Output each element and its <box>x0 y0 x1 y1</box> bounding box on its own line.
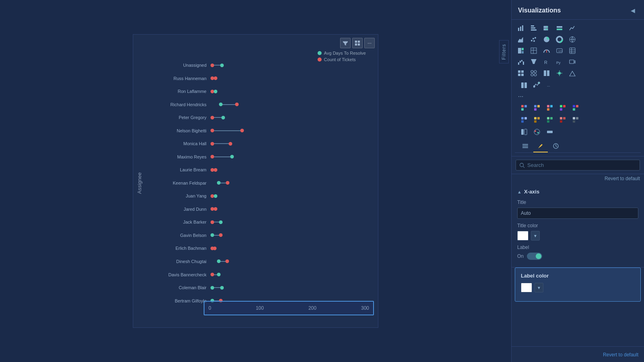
viz-icon-more3[interactable] <box>541 68 553 78</box>
viz-icon-more1[interactable] <box>515 68 527 78</box>
viz-icon-waterfall[interactable] <box>515 57 527 67</box>
svg-rect-14 <box>557 26 562 28</box>
x-axis-tick: 0 <box>208 305 211 311</box>
viz-icon-grad5[interactable] <box>570 115 582 125</box>
viz-icon-grad4[interactable] <box>557 115 569 125</box>
viz-icon-extra3[interactable]: ··· <box>544 80 556 90</box>
viz-icon-qa[interactable] <box>566 57 578 67</box>
label-color-section: Label color ▼ <box>515 267 641 302</box>
viz-icons-row-5 <box>515 68 641 78</box>
chart-row: Laurie Bream <box>149 165 374 174</box>
title-input[interactable] <box>517 208 638 219</box>
viz-icon-grad3[interactable] <box>544 115 556 125</box>
chart-row: Ron Laflamme <box>149 87 374 96</box>
chart-toolbar: ··· <box>340 38 375 48</box>
label-toggle[interactable] <box>527 253 542 260</box>
viz-icon-bar[interactable] <box>515 23 527 33</box>
viz-icons-section: 123 R Py <box>512 20 644 156</box>
svg-rect-61 <box>524 82 527 88</box>
viz-icon-map[interactable] <box>566 34 578 45</box>
svg-rect-89 <box>560 117 562 119</box>
svg-rect-95 <box>521 129 524 135</box>
viz-icon-column[interactable] <box>528 23 540 33</box>
xaxis-section-header[interactable]: ▲ X-axis <box>517 189 638 195</box>
viz-icon-stacked-bar[interactable] <box>541 23 553 33</box>
row-track <box>210 156 374 157</box>
viz-icon-funnel[interactable] <box>528 57 540 67</box>
title-label: Title <box>517 200 638 205</box>
svg-rect-73 <box>547 108 549 111</box>
more-toolbar-btn[interactable]: ··· <box>364 38 375 48</box>
table-toolbar-btn[interactable] <box>352 38 363 48</box>
viz-icon-more4[interactable] <box>553 68 566 78</box>
svg-rect-86 <box>547 117 549 119</box>
title-color-dropdown[interactable]: ▼ <box>531 231 540 241</box>
xaxis-section-title: X-axis <box>524 189 539 195</box>
viz-icon-diverge3[interactable] <box>544 127 556 137</box>
viz-icon-colored5[interactable] <box>570 103 582 113</box>
viz-icon-donut[interactable] <box>553 34 566 45</box>
viz-icon-treemap[interactable] <box>515 45 527 56</box>
viz-icon-matrix[interactable] <box>528 45 540 56</box>
viz-icon-grad2[interactable] <box>531 115 543 125</box>
viz-icon-extra2[interactable] <box>531 80 543 90</box>
svg-rect-1 <box>358 41 360 43</box>
viz-icon-gauge[interactable] <box>541 45 553 56</box>
viz-icon-line[interactable] <box>566 23 578 33</box>
x-axis-container: 0100200300 <box>204 301 374 315</box>
viz-icon-card[interactable]: 123 <box>553 45 566 56</box>
format-tabs <box>515 138 641 153</box>
svg-rect-81 <box>524 117 527 119</box>
viz-icon-colored2[interactable] <box>531 103 543 113</box>
svg-rect-11 <box>546 26 548 28</box>
chart-row: Keenan Feldspar <box>149 179 374 187</box>
svg-point-55 <box>558 72 561 74</box>
viz-icon-r[interactable]: R <box>541 57 553 67</box>
svg-rect-79 <box>573 108 575 111</box>
row-label: Gavin Belson <box>149 233 210 238</box>
viz-icon-py[interactable]: Py <box>553 57 566 67</box>
viz-icon-table[interactable] <box>566 45 578 56</box>
tab-format[interactable] <box>533 140 548 152</box>
viz-icon-pie[interactable] <box>541 34 553 45</box>
viz-icon-100bar[interactable] <box>553 23 566 33</box>
label-color-title: Label color <box>521 273 635 279</box>
label-field-label: Label <box>517 245 638 250</box>
tab-fields[interactable] <box>518 140 533 152</box>
svg-rect-75 <box>563 105 566 107</box>
viz-icon-diverge2[interactable] <box>531 127 543 137</box>
row-label: Maximo Reyes <box>149 154 210 159</box>
svg-rect-48 <box>521 74 524 76</box>
legend-dot-avg <box>318 51 322 55</box>
viz-icon-area[interactable] <box>515 34 527 45</box>
viz-icon-more2[interactable] <box>528 68 540 78</box>
svg-point-62 <box>533 86 535 87</box>
svg-rect-102 <box>522 146 528 146</box>
svg-point-98 <box>535 130 536 132</box>
svg-rect-65 <box>521 105 524 107</box>
viz-icon-extra1[interactable] <box>518 80 530 90</box>
viz-icon-diverge1[interactable] <box>518 127 530 137</box>
viz-icon-colored1[interactable] <box>518 103 530 113</box>
viz-icon-grad1[interactable] <box>518 115 530 125</box>
svg-rect-92 <box>573 117 575 119</box>
tab-analytics[interactable] <box>549 140 563 152</box>
viz-icon-scatter[interactable] <box>528 34 540 45</box>
label-color-dropdown[interactable]: ▼ <box>535 283 543 292</box>
viz-icon-colored4[interactable] <box>557 103 569 113</box>
panel-collapse-btn[interactable]: ◀ <box>628 6 638 15</box>
svg-rect-77 <box>573 105 575 107</box>
viz-icon-colored3[interactable] <box>544 103 556 113</box>
filter-toolbar-btn[interactable] <box>340 38 351 48</box>
viz-icon-more5[interactable] <box>566 68 578 78</box>
svg-rect-7 <box>531 25 534 27</box>
revert-default-btn[interactable]: Revert to default <box>603 352 638 358</box>
xaxis-chevron: ▲ <box>517 189 522 194</box>
title-color-swatch[interactable] <box>517 231 528 241</box>
label-color-swatch[interactable] <box>521 283 532 292</box>
filters-sidebar-tab[interactable]: Filters <box>499 40 509 64</box>
search-input[interactable] <box>527 162 636 168</box>
row-track <box>210 287 374 288</box>
scrollable-content[interactable]: 123 R Py <box>512 20 644 346</box>
chart-row: Nelson Bighetti <box>149 126 374 135</box>
